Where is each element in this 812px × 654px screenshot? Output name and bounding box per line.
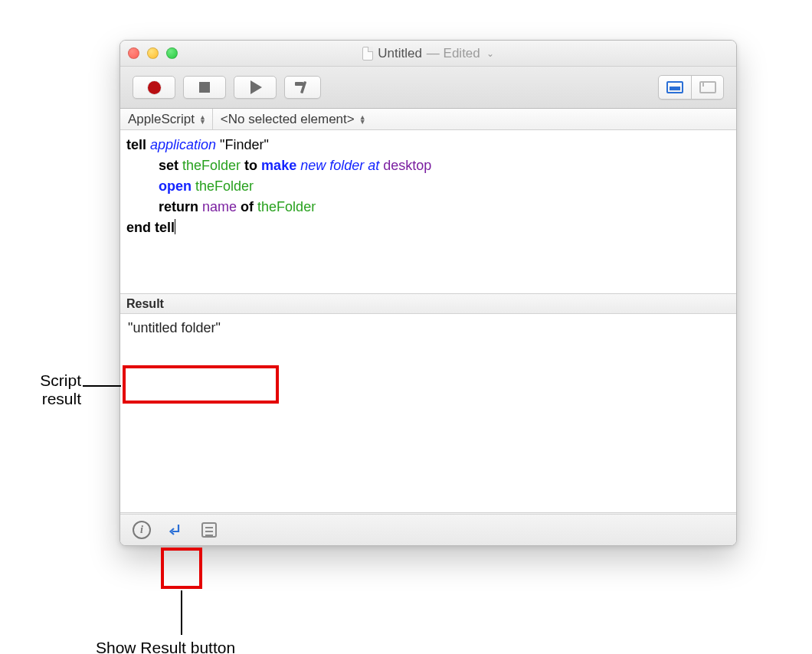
code-variable: theFolder [182,158,241,173]
hammer-icon [294,80,311,95]
play-icon [250,80,262,94]
callout-leader-line [83,385,121,387]
return-icon [167,522,184,538]
script-editor-window: Untitled — Edited ⌄ [120,40,737,546]
window-edited: — Edited [427,46,480,61]
callout-leader-line [181,590,182,635]
record-icon [148,81,161,94]
bottom-bar: i [120,514,736,545]
code-keyword: return [159,199,198,214]
code-keyword: tell [155,220,175,235]
element-selector[interactable]: <No selected element> ▲▼ [213,109,372,129]
text-caret [175,219,175,234]
pane-side-icon [699,81,716,93]
code-variable: theFolder [257,199,316,214]
navigation-bar: AppleScript ▲▼ <No selected element> ▲▼ [120,109,736,130]
code-command: open [159,178,192,194]
event-log-button[interactable] [198,519,220,541]
script-editor-area[interactable]: tell application "Finder" set theFolder … [120,130,736,294]
updown-icon: ▲▼ [199,115,206,124]
code-string: "Finder" [220,137,269,152]
close-icon[interactable] [128,47,139,59]
code-keyword: of [241,199,254,214]
window-title: Untitled [378,46,422,61]
compile-button[interactable] [284,76,321,99]
info-icon: i [133,521,151,539]
result-value: "untitled folder" [128,320,221,335]
code-keyword: set [159,158,178,173]
code-enum: desktop [383,158,431,173]
view-side-pane-button[interactable] [691,76,723,99]
callout-label-script-result: Script result [11,371,81,408]
stop-icon [199,82,210,93]
toolbar [120,67,736,109]
language-selector[interactable]: AppleScript ▲▼ [120,109,213,129]
language-label: AppleScript [128,112,195,127]
code-keyword: end [126,220,151,235]
window-controls [128,47,178,59]
run-button[interactable] [234,76,277,99]
code-keyword: new [300,158,326,173]
code-class: application [150,137,216,152]
code-variable: theFolder [195,178,254,194]
code-keyword: tell [126,137,146,152]
stop-button[interactable] [183,76,226,99]
minimize-icon[interactable] [147,47,159,59]
callout-box-show-result [161,548,202,589]
result-pane[interactable]: "untitled folder" [120,314,736,513]
record-button[interactable] [133,76,175,99]
code-keyword: to [244,158,257,173]
code-command: make [261,158,296,173]
updown-icon: ▲▼ [359,115,366,124]
log-icon [201,522,217,538]
description-button[interactable]: i [131,519,152,541]
code-keyword: at [368,158,379,173]
element-label: <No selected element> [221,112,355,127]
view-result-pane-button[interactable] [659,76,691,99]
titlebar: Untitled — Edited ⌄ [120,41,736,67]
view-segmented-control [658,75,724,100]
show-result-button[interactable] [165,519,186,541]
callout-label-show-result: Show Result button [96,639,235,654]
zoom-icon[interactable] [166,47,178,59]
document-icon [362,47,373,60]
pane-bottom-icon [666,81,683,93]
result-heading: Result [120,294,736,314]
code-property: name [202,199,237,214]
svg-rect-0 [295,82,303,86]
code-class: folder [329,158,364,173]
chevron-down-icon[interactable]: ⌄ [486,48,494,59]
